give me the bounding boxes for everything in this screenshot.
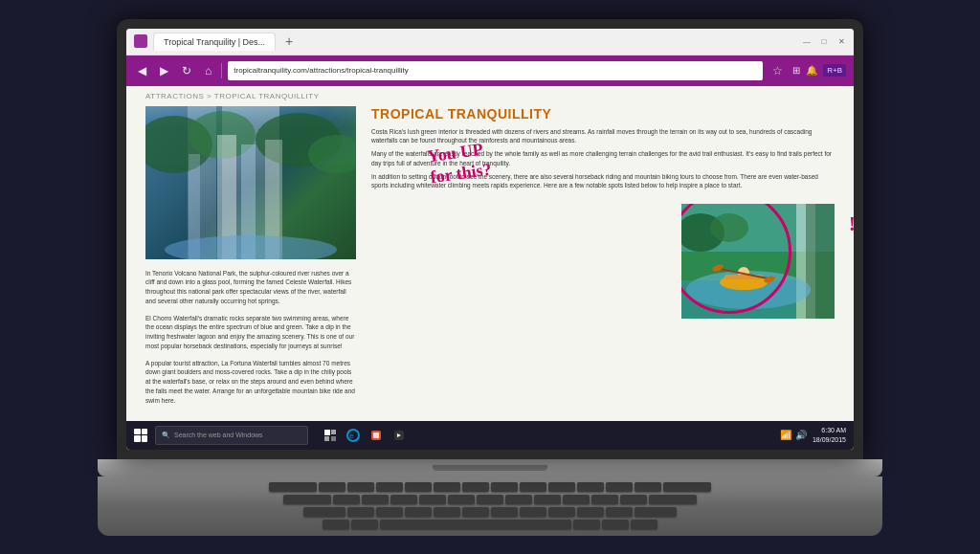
handwriting-overlay: You UP for this? — [426, 139, 493, 188]
kayak-image-container: !!! — [681, 204, 835, 319]
new-tab-button[interactable]: + — [285, 33, 293, 49]
laptop-base — [98, 459, 882, 477]
taskbar-system-icons: 📶 🔊 — [780, 430, 807, 440]
toolbar-right: ⊞ 🔔 R+B — [792, 64, 846, 77]
svg-rect-27 — [331, 436, 336, 441]
search-icon: 🔍 — [162, 432, 170, 439]
svg-rect-15 — [806, 204, 835, 319]
keyboard-row-1 — [117, 482, 863, 492]
windows-logo — [134, 429, 147, 442]
task-icon-1 — [323, 429, 337, 442]
refresh-button[interactable]: ↻ — [178, 62, 195, 79]
svg-point-13 — [710, 213, 748, 242]
task-icon-3 — [369, 429, 383, 442]
content-lower: !!! — [371, 204, 835, 319]
key-backspace — [663, 482, 711, 492]
keyboard-row-3 — [117, 507, 863, 517]
maximize-button[interactable]: □ — [819, 36, 829, 46]
key-space — [380, 520, 571, 529]
taskbar-apps: e — [320, 425, 410, 446]
taskbar-network-icon: 📶 — [780, 430, 791, 440]
page-content: ATTRACTIONS > TROPICAL TRANQUILLITY — [126, 86, 854, 421]
browser-titlebar: Tropical Tranquility | Des... + — □ ✕ — [126, 29, 854, 55]
taskbar-right: 📶 🔊 6:30 AM 18/09/2015 — [780, 426, 846, 445]
svg-text:e: e — [349, 432, 354, 440]
taskbar-app-1[interactable] — [320, 425, 341, 446]
home-button[interactable]: ⌂ — [201, 62, 215, 79]
taskbar-search[interactable]: 🔍 Search the web and Windows — [155, 426, 308, 445]
laptop-notch — [433, 465, 547, 471]
address-bar[interactable]: tropicaltranquility.com/attractions/trop… — [228, 61, 763, 80]
toolbar-separator — [221, 63, 222, 78]
left-column: In Tenorio Volcano National Park, the su… — [145, 106, 356, 411]
laptop-screen: Tropical Tranquility | Des... + — □ ✕ ◀ … — [126, 29, 854, 450]
content-area: In Tenorio Volcano National Park, the su… — [126, 106, 854, 421]
taskbar: 🔍 Search the web and Windows e — [126, 421, 854, 450]
forward-button[interactable]: ▶ — [156, 62, 172, 79]
left-para-3: A popular tourist attraction, La Fortuna… — [145, 359, 356, 406]
task-icon-2: e — [346, 429, 360, 442]
bell-icon[interactable]: 🔔 — [806, 65, 817, 76]
close-button[interactable]: ✕ — [836, 36, 846, 46]
bookmark-button[interactable]: ☆ — [768, 62, 787, 79]
right-column: TROPICAL TRANQUILLITY Costa Rica's lush … — [371, 106, 835, 411]
taskbar-app-4[interactable] — [389, 425, 410, 446]
grid-icon[interactable]: ⊞ — [792, 65, 800, 76]
svg-rect-26 — [324, 436, 329, 441]
laptop-keyboard — [98, 476, 882, 535]
key-enter — [649, 495, 697, 504]
left-para-2: El Chorro Waterfall's dramatic rocks sep… — [145, 314, 356, 351]
kayak-image — [681, 204, 835, 319]
waterfall-image — [145, 106, 356, 259]
task-icon-4 — [392, 429, 406, 442]
keyboard-row-spacebar — [117, 520, 863, 529]
taskbar-clock: 6:30 AM 18/09/2015 — [813, 426, 846, 445]
key-caps — [283, 495, 331, 504]
waterfall-svg — [145, 106, 356, 259]
window-controls: — □ ✕ — [802, 36, 846, 46]
browser-tab[interactable]: Tropical Tranquility | Des... — [153, 33, 276, 51]
browser-toolbar: ◀ ▶ ↻ ⌂ tropicaltranquility.com/attracti… — [126, 55, 854, 86]
left-para-1: In Tenorio Volcano National Park, the su… — [145, 269, 356, 306]
user-icon[interactable]: R+B — [823, 64, 846, 77]
article-title: TROPICAL TRANQUILLITY — [371, 106, 835, 122]
svg-rect-31 — [373, 432, 379, 438]
key-tab — [269, 482, 317, 492]
taskbar-volume-icon: 🔊 — [795, 430, 807, 440]
taskbar-app-3[interactable] — [366, 425, 387, 446]
browser-favicon — [134, 34, 147, 48]
screen-bezel: Tropical Tranquility | Des... + — □ ✕ ◀ … — [117, 19, 863, 459]
kayak-svg — [681, 204, 835, 319]
svg-rect-24 — [324, 430, 330, 435]
start-button[interactable] — [134, 429, 147, 442]
keyboard-row-2 — [117, 495, 863, 504]
taskbar-app-2[interactable]: e — [343, 425, 364, 446]
laptop: Tropical Tranquility | Des... + — □ ✕ ◀ … — [98, 19, 882, 536]
minimize-button[interactable]: — — [802, 36, 812, 46]
breadcrumb: ATTRACTIONS > TROPICAL TRANQUILLITY — [126, 86, 854, 106]
back-button[interactable]: ◀ — [134, 62, 150, 79]
exclamation-marks: !!! — [849, 213, 854, 235]
lower-text — [371, 204, 670, 319]
svg-rect-25 — [331, 430, 336, 434]
left-text-blocks: In Tenorio Volcano National Park, the su… — [145, 269, 356, 406]
